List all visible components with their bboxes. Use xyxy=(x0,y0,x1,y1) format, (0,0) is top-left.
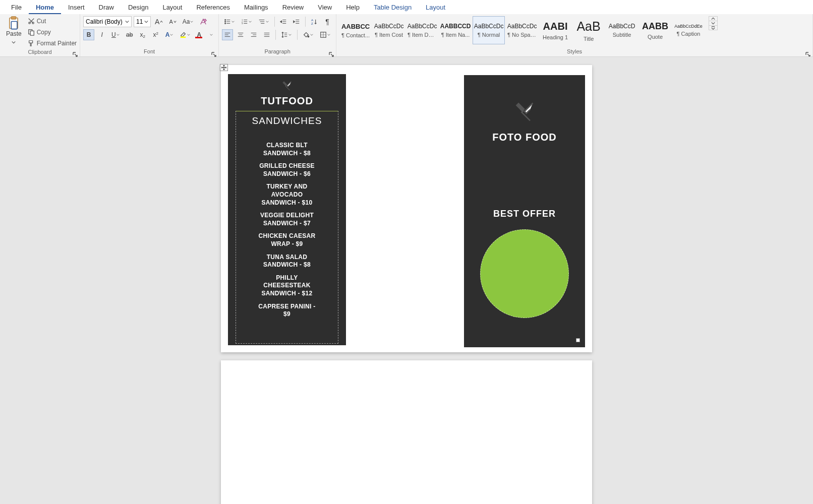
line-spacing-button[interactable] xyxy=(279,29,294,40)
page-2[interactable] xyxy=(221,360,592,504)
superscript-button[interactable]: x2 xyxy=(150,29,161,40)
show-marks-button[interactable]: ¶ xyxy=(322,16,333,27)
multilevel-list-icon xyxy=(258,18,265,25)
styles-gallery[interactable]: AABBCC¶ Contact...AaBbCcDc¶ Item CostAaB… xyxy=(339,16,705,44)
svg-text:3: 3 xyxy=(242,22,243,25)
chevron-down-icon xyxy=(144,18,148,25)
style-tile-1[interactable]: AaBbCcDc¶ Item Cost xyxy=(373,16,405,44)
paragraph-launcher[interactable] xyxy=(329,50,334,55)
tab-draw[interactable]: Draw xyxy=(92,1,121,14)
highlighter-icon xyxy=(180,31,187,38)
bullets-button[interactable] xyxy=(222,16,237,27)
borders-button[interactable] xyxy=(318,29,333,40)
italic-button[interactable]: I xyxy=(96,29,107,40)
font-size-input[interactable]: 11 xyxy=(134,16,151,27)
utensils-icon xyxy=(281,74,293,93)
style-tile-2[interactable]: AaBbCcDc¶ Item Des... xyxy=(406,16,438,44)
underline-button[interactable]: U xyxy=(109,29,122,40)
style-preview: AABB xyxy=(642,21,668,32)
decrease-indent-button[interactable] xyxy=(278,16,289,27)
svg-text:A: A xyxy=(311,18,314,22)
font-color-button[interactable]: A xyxy=(195,29,215,40)
style-preview: AaBbCcDc xyxy=(408,23,437,30)
style-label: ¶ No Spac... xyxy=(507,32,537,38)
style-tile-6[interactable]: AABIHeading 1 xyxy=(539,16,571,44)
styles-more[interactable] xyxy=(709,25,717,30)
menu-item: VEGGIE DELIGHT SANDWICH - $7 xyxy=(257,212,317,227)
change-case-button[interactable]: Aa xyxy=(181,16,196,27)
svg-point-16 xyxy=(308,36,309,37)
svg-point-9 xyxy=(225,21,226,22)
numbering-button[interactable]: 123 xyxy=(239,16,254,27)
style-tile-5[interactable]: AaBbCcDc¶ No Spac... xyxy=(506,16,538,44)
tab-review[interactable]: Review xyxy=(275,1,311,14)
text-effects-button[interactable]: A xyxy=(163,29,176,40)
highlight-button[interactable] xyxy=(178,29,193,40)
separator xyxy=(305,17,306,27)
subscript-button[interactable]: x2 xyxy=(137,29,148,40)
tab-context-layout[interactable]: Layout xyxy=(419,1,452,14)
tab-table-design[interactable]: Table Design xyxy=(367,1,419,14)
increase-font-button[interactable]: A xyxy=(153,16,165,27)
cut-button[interactable]: Cut xyxy=(28,16,77,26)
scissors-icon xyxy=(28,18,35,25)
menu-card-right: FOTO FOOD BEST OFFER xyxy=(464,75,585,347)
outdent-icon xyxy=(280,18,287,25)
tab-home[interactable]: Home xyxy=(29,1,61,14)
group-paragraph: 123 AZ ¶ xyxy=(219,14,336,56)
style-tile-4[interactable]: AaBbCcDc¶ Normal xyxy=(473,16,505,44)
tab-file[interactable]: File xyxy=(4,1,29,14)
bold-button[interactable]: B xyxy=(83,29,94,40)
style-tile-9[interactable]: AABBQuote xyxy=(639,16,671,44)
strikethrough-button[interactable]: ab xyxy=(124,29,135,40)
justify-button[interactable] xyxy=(261,29,272,40)
align-left-button[interactable] xyxy=(222,29,233,40)
table-move-handle[interactable] xyxy=(220,64,228,71)
style-tile-8[interactable]: AaBbCcDSubtitle xyxy=(606,16,638,44)
offer-circle-shape[interactable] xyxy=(480,229,569,318)
styles-scroll-up[interactable] xyxy=(709,17,717,21)
copy-button[interactable]: Copy xyxy=(28,27,77,37)
increase-indent-button[interactable] xyxy=(291,16,302,27)
styles-scroll-down[interactable] xyxy=(709,21,717,25)
paste-button[interactable]: Paste xyxy=(3,16,25,46)
group-font-label: Font xyxy=(83,47,215,56)
style-label: Quote xyxy=(648,34,663,40)
font-launcher[interactable] xyxy=(211,50,216,55)
style-label: ¶ Item Cost xyxy=(375,32,403,38)
multilevel-list-button[interactable] xyxy=(256,16,271,27)
style-label: Heading 1 xyxy=(543,34,568,40)
style-tile-3[interactable]: AABBCCD¶ Item Na... xyxy=(439,16,472,44)
tab-view[interactable]: View xyxy=(311,1,339,14)
sort-button[interactable]: AZ xyxy=(309,16,320,27)
styles-launcher[interactable] xyxy=(805,50,810,55)
font-name-input[interactable]: Calibri (Body) xyxy=(83,16,132,27)
style-tile-10[interactable]: AaBbCcDdEe¶ Caption xyxy=(672,16,705,44)
ribbon: Paste Cut Copy Format Painter Clipboard xyxy=(0,14,813,57)
style-tile-0[interactable]: AABBCC¶ Contact... xyxy=(339,16,372,44)
format-painter-button[interactable]: Format Painter xyxy=(28,38,77,48)
clear-formatting-button[interactable] xyxy=(198,16,209,27)
paintbrush-icon xyxy=(28,40,35,47)
font-name-value: Calibri (Body) xyxy=(86,18,123,25)
page-1[interactable]: TUTFOOD SANDWICHES CLASSIC BLT SANDWICH … xyxy=(221,65,592,352)
decrease-font-button[interactable]: A xyxy=(167,16,178,27)
tab-layout[interactable]: Layout xyxy=(155,1,189,14)
style-preview: AaB xyxy=(576,19,600,34)
shading-button[interactable] xyxy=(301,29,316,40)
tab-mailings[interactable]: Mailings xyxy=(237,1,275,14)
tab-design[interactable]: Design xyxy=(121,1,155,14)
font-size-value: 11 xyxy=(136,18,143,25)
tab-references[interactable]: References xyxy=(189,1,237,14)
style-tile-7[interactable]: AaBTitle xyxy=(572,16,605,44)
clipboard-launcher[interactable] xyxy=(73,50,78,55)
chevron-down-icon xyxy=(125,18,129,25)
table-resize-handle[interactable] xyxy=(576,338,580,342)
document-area[interactable]: TUTFOOD SANDWICHES CLASSIC BLT SANDWICH … xyxy=(0,57,813,504)
align-right-button[interactable] xyxy=(248,29,259,40)
table-cell-selected[interactable]: SANDWICHES CLASSIC BLT SANDWICH - $8GRIL… xyxy=(236,111,338,344)
tab-help[interactable]: Help xyxy=(339,1,367,14)
separator xyxy=(297,30,298,40)
align-center-button[interactable] xyxy=(235,29,246,40)
tab-insert[interactable]: Insert xyxy=(61,1,92,14)
